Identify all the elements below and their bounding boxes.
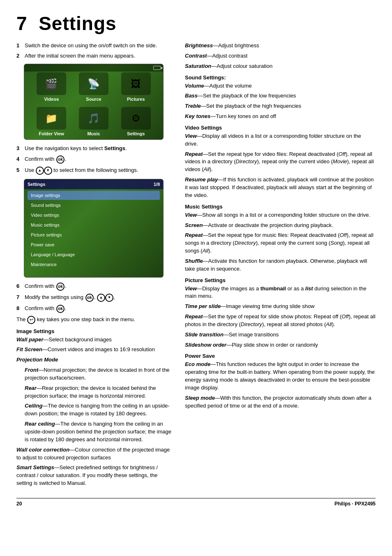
footer: 20 Philips · PPX2495 [16, 501, 376, 507]
videos-icon: 🎬 Videos [37, 72, 66, 102]
step-6: 6 Confirm with ok. [16, 283, 173, 291]
sleep-mode-text: Sleep mode—With this function, the proje… [185, 394, 376, 410]
step-num-1: 1 [16, 42, 22, 49]
footer-brand: Philips · PPX2495 [334, 501, 376, 507]
settings-menu-icon: ⚙ Settings [121, 107, 151, 136]
bottom-icons-row: 📁 Folder View 🎵 Music ⚙ Settings [24, 104, 163, 138]
footer-page-number: 20 [16, 501, 22, 507]
ok-button-step6: ok [56, 283, 65, 291]
video-repeat-text: Repeat—Set the repeat type for video fil… [185, 151, 376, 174]
keytones-text: Key tones—Turn key tones on and off [185, 113, 376, 120]
settings-screen-topbar: Settings 1/8 [24, 179, 163, 189]
step-4-text: Confirm with ok. [25, 155, 67, 164]
step-num-5: 5 [16, 167, 22, 175]
step-8: 8 Confirm with ok. [16, 305, 173, 313]
volume-text: Volume—Adjust the volume [185, 82, 376, 90]
music-repeat-text: Repeat—Set the repeat type for music fil… [185, 232, 376, 255]
menu-video-settings: Video settings [28, 211, 160, 220]
up-arrow-step7: ▲ [97, 294, 105, 302]
step-3: 3 Use the navigation keys to select Sett… [16, 145, 173, 152]
menu-sound-settings: Sound settings [28, 201, 160, 210]
ok-button-step8: ok [56, 305, 65, 313]
source-icon: 📡 Source [79, 72, 108, 102]
eco-mode-text: Eco mode—This function reduces the light… [185, 361, 376, 392]
ok-button-step7: ok [85, 294, 94, 302]
ceiling-text: Ceiling—The device is hanging from the c… [25, 402, 173, 418]
slide-transition-text: Slide transition—Set image transitions [185, 331, 376, 339]
shuffle-text: Shuffle—Activate this function for rando… [185, 257, 376, 273]
power-save-heading: Power Save [185, 353, 376, 359]
video-settings-heading: Video Settings [185, 125, 376, 131]
step-1: 1 Switch the device on using the on/off … [16, 42, 173, 49]
contrast-text: Contrast—Adjust contrast [185, 52, 376, 60]
step-7: 7 Modify the settings using ok, ▲▼, [16, 294, 173, 302]
main-menu-screenshot: 🎬 Videos 📡 Source 🖼 Pictures 📁 Folder Vi… [24, 64, 164, 140]
step-num-7: 7 [16, 294, 22, 302]
right-column: Brightness—Adjust brightness Contrast—Ad… [185, 42, 376, 490]
music-screen-text: Screen—Activate or deactivate the projec… [185, 222, 376, 229]
smart-settings-text: Smart Settings—Select predefined setting… [16, 464, 173, 487]
steps-list: 1 Switch the device on using the on/off … [16, 42, 173, 60]
menu-power-save: Power save [28, 240, 160, 249]
sound-settings-heading: Sound Settings: [185, 74, 376, 81]
menu-music-settings: Music settings [28, 220, 160, 229]
steps-6-8: 6 Confirm with ok. 7 Modify the settings… [16, 283, 173, 313]
treble-text: Treble—Set the playback of the high freq… [185, 102, 376, 110]
wallpaper-text: Wall paper—Select background images [16, 336, 173, 344]
back-key-icon: ↩ [27, 316, 35, 324]
down-arrow-step7: ▼ [105, 294, 113, 302]
music-settings-heading: Music Settings [185, 204, 376, 210]
video-view-text: View—Display all videos in a list or a c… [185, 132, 376, 148]
step-8-text: Confirm with ok. [25, 305, 67, 313]
step-num-6: 6 [16, 283, 22, 291]
projection-mode-heading: Projection Mode [16, 356, 173, 364]
step-3-text: Use the navigation keys to select Settin… [25, 145, 127, 152]
projection-mode-items: Front—Normal projection; the device is l… [25, 366, 173, 444]
rear-text: Rear—Rear projection; the device is loca… [25, 385, 173, 400]
step-5: 5 Use ▲▼ to select from the following se… [16, 167, 173, 175]
saturation-text: Saturation—Adjust colour saturation [185, 63, 376, 70]
settings-menu-screenshot: Settings 1/8 Image settings Sound settin… [24, 179, 164, 278]
settings-screen-pagination: 1/8 [154, 182, 160, 187]
back-key-text: The ↩ key takes you one step back in the… [16, 316, 173, 324]
front-text: Front—Normal projection; the device is l… [25, 366, 173, 382]
music-icon: 🎵 Music [79, 107, 108, 136]
step-6-text: Confirm with ok. [25, 283, 67, 291]
resume-play-text: Resume play—If this function is activate… [185, 176, 376, 199]
steps-3-5: 3 Use the navigation keys to select Sett… [16, 145, 173, 174]
menu-language: Language / Language [28, 250, 160, 259]
step-1-text: Switch the device on using the on/off sw… [25, 42, 157, 49]
settings-screen-title: Settings [28, 182, 45, 187]
step-num-3: 3 [16, 145, 22, 152]
menu-image-settings: Image settings [28, 191, 160, 200]
picture-view-text: View—Display the images as a thumbnail o… [185, 285, 376, 301]
pictures-icon: 🖼 Pictures [121, 72, 151, 102]
menu-picture-settings: Picture settings [28, 230, 160, 239]
menu-maintenance: Maintenance [28, 260, 160, 269]
step-7-text: Modify the settings using ok, ▲▼, [25, 294, 115, 302]
rear-ceiling-text: Rear ceiling—The device is hanging from … [25, 420, 173, 444]
bass-text: Bass—Set the playback of the low frequen… [185, 92, 376, 100]
folder-view-icon: 📁 Folder View [37, 107, 66, 136]
music-view-text: View—Show all songs in a list or a corre… [185, 211, 376, 219]
step-num-8: 8 [16, 305, 22, 313]
time-per-slide-text: Time per slide—Image viewing time during… [185, 303, 376, 310]
footer-divider [16, 498, 376, 498]
left-column: 1 Switch the device on using the on/off … [16, 42, 173, 490]
slideshow-order-text: Slideshow order—Play slide show in order… [185, 341, 376, 349]
settings-menu-list: Image settings Sound settings Video sett… [28, 191, 160, 269]
down-arrow-step5: ▼ [44, 167, 52, 175]
ok-button-step4: ok [56, 155, 65, 164]
page-title: 7 Settings [16, 12, 376, 35]
step-5-text: Use ▲▼ to select from the following sett… [25, 167, 138, 175]
step-num-4: 4 [16, 155, 22, 164]
picture-settings-heading: Picture Settings [185, 277, 376, 283]
step-num-2: 2 [16, 52, 22, 60]
step-2-text: After the initial screen the main menu a… [25, 52, 135, 60]
image-settings-heading: Image Settings [16, 328, 173, 334]
step-4: 4 Confirm with ok. [16, 155, 173, 164]
wall-color-text: Wall color correction—Colour correction … [16, 446, 173, 462]
fitscreen-text: Fit Screen—Convert videos and images to … [16, 346, 173, 354]
up-arrow-step5: ▲ [36, 167, 44, 175]
battery-icon [153, 66, 161, 70]
